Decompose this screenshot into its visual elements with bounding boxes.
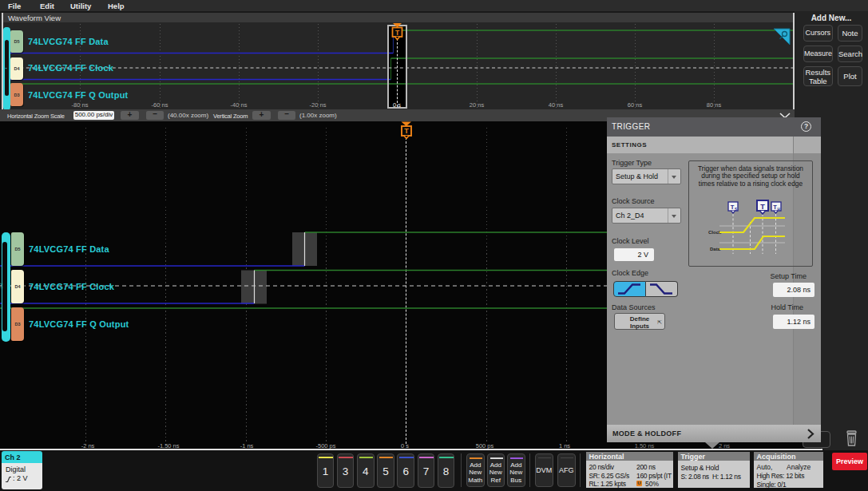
svg-text:T: T [760, 203, 765, 211]
svg-text:T: T [731, 204, 735, 211]
svg-text:T: T [404, 127, 409, 135]
svg-text:Data: Data [710, 247, 721, 251]
svg-text:H: H [777, 208, 779, 212]
svg-text:T: T [395, 28, 400, 36]
svg-text:S: S [735, 208, 737, 212]
